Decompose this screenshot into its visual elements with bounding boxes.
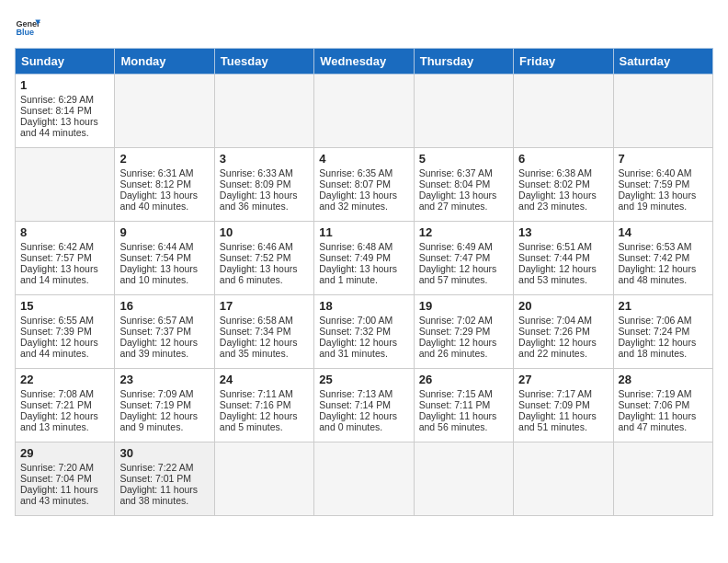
day-number: 29 (20, 446, 109, 460)
day-info: Daylight: 12 hours and 48 minutes. (619, 263, 708, 285)
calendar-cell (514, 75, 613, 148)
day-header-saturday: Saturday (613, 49, 712, 75)
day-info: Sunset: 7:24 PM (619, 326, 708, 337)
day-info: Sunrise: 6:29 AM (20, 94, 109, 105)
calendar-week-row: 2Sunrise: 6:31 AMSunset: 8:12 PMDaylight… (16, 148, 713, 222)
calendar-cell: 17Sunrise: 6:58 AMSunset: 7:34 PMDayligh… (214, 295, 313, 369)
calendar-cell: 5Sunrise: 6:37 AMSunset: 8:04 PMDaylight… (414, 148, 513, 222)
day-info: Sunrise: 7:09 AM (119, 388, 209, 399)
calendar-week-row: 29Sunrise: 7:20 AMSunset: 7:04 PMDayligh… (16, 442, 713, 516)
day-info: Daylight: 12 hours and 57 minutes. (419, 263, 508, 285)
day-info: Sunset: 7:52 PM (220, 252, 309, 263)
day-info: Sunset: 7:54 PM (119, 252, 209, 263)
calendar-cell: 19Sunrise: 7:02 AMSunset: 7:29 PMDayligh… (414, 295, 513, 369)
day-number: 11 (319, 225, 408, 239)
day-number: 24 (220, 373, 309, 386)
day-number: 16 (119, 299, 209, 313)
day-number: 25 (319, 373, 408, 386)
calendar-cell: 22Sunrise: 7:08 AMSunset: 7:21 PMDayligh… (16, 369, 115, 442)
day-info: Sunset: 7:06 PM (619, 399, 708, 410)
day-number: 10 (220, 225, 309, 239)
day-info: Daylight: 12 hours and 22 minutes. (518, 337, 608, 359)
calendar-cell: 29Sunrise: 7:20 AMSunset: 7:04 PMDayligh… (16, 442, 115, 516)
day-number: 5 (419, 152, 508, 166)
day-info: Sunrise: 6:44 AM (119, 241, 209, 252)
day-info: Sunset: 7:32 PM (319, 326, 408, 337)
day-info: Daylight: 12 hours and 18 minutes. (619, 337, 708, 359)
day-info: Sunset: 8:07 PM (319, 178, 408, 190)
day-info: Daylight: 13 hours and 40 minutes. (119, 190, 209, 212)
calendar-cell: 11Sunrise: 6:48 AMSunset: 7:49 PMDayligh… (314, 222, 414, 295)
calendar-cell (613, 75, 712, 148)
calendar-cell (314, 442, 414, 516)
day-info: Daylight: 12 hours and 0 minutes. (319, 410, 408, 432)
day-info: Daylight: 11 hours and 51 minutes. (518, 410, 608, 432)
calendar-cell: 10Sunrise: 6:46 AMSunset: 7:52 PMDayligh… (214, 222, 313, 295)
day-info: Sunset: 7:29 PM (419, 326, 508, 337)
day-number: 27 (518, 373, 608, 386)
day-number: 12 (419, 225, 508, 239)
day-info: Daylight: 12 hours and 13 minutes. (20, 410, 109, 432)
calendar-cell (115, 75, 214, 148)
calendar-cell: 26Sunrise: 7:15 AMSunset: 7:11 PMDayligh… (414, 369, 513, 442)
day-info: Sunrise: 7:08 AM (20, 388, 109, 399)
day-info: Daylight: 11 hours and 47 minutes. (619, 410, 708, 432)
calendar-cell: 2Sunrise: 6:31 AMSunset: 8:12 PMDaylight… (115, 148, 214, 222)
day-number: 30 (119, 446, 209, 460)
day-number: 7 (619, 152, 708, 166)
day-info: Sunrise: 7:13 AM (319, 388, 408, 399)
day-info: Sunrise: 7:11 AM (220, 388, 309, 399)
day-info: Sunrise: 6:51 AM (518, 241, 608, 252)
day-info: Daylight: 11 hours and 38 minutes. (119, 484, 209, 506)
day-info: Sunset: 8:12 PM (119, 178, 209, 190)
day-info: Daylight: 12 hours and 44 minutes. (20, 337, 109, 359)
day-info: Sunrise: 6:48 AM (319, 241, 408, 252)
calendar-cell (314, 75, 414, 148)
day-info: Sunrise: 6:49 AM (419, 241, 508, 252)
day-info: Sunrise: 6:42 AM (20, 241, 109, 252)
day-info: Sunset: 7:11 PM (419, 399, 508, 410)
day-info: Sunset: 7:34 PM (220, 326, 309, 337)
day-info: Sunrise: 6:58 AM (220, 315, 309, 326)
day-info: Sunrise: 6:33 AM (220, 167, 309, 178)
day-number: 1 (20, 78, 109, 92)
day-info: Sunrise: 6:35 AM (319, 167, 408, 178)
day-info: Daylight: 13 hours and 36 minutes. (220, 190, 309, 212)
day-number: 23 (119, 373, 209, 386)
day-number: 3 (220, 152, 309, 166)
day-info: Daylight: 13 hours and 32 minutes. (319, 190, 408, 212)
day-info: Sunrise: 6:55 AM (20, 315, 109, 326)
day-info: Sunset: 7:39 PM (20, 326, 109, 337)
day-info: Sunset: 7:37 PM (119, 326, 209, 337)
day-info: Sunrise: 6:53 AM (619, 241, 708, 252)
calendar-cell: 13Sunrise: 6:51 AMSunset: 7:44 PMDayligh… (514, 222, 613, 295)
day-info: Sunrise: 6:46 AM (220, 241, 309, 252)
calendar-cell: 23Sunrise: 7:09 AMSunset: 7:19 PMDayligh… (115, 369, 214, 442)
day-header-tuesday: Tuesday (214, 49, 313, 75)
calendar-cell (414, 442, 513, 516)
day-info: Daylight: 12 hours and 39 minutes. (119, 337, 209, 359)
day-number: 21 (619, 299, 708, 313)
day-info: Daylight: 12 hours and 26 minutes. (419, 337, 508, 359)
calendar-cell: 9Sunrise: 6:44 AMSunset: 7:54 PMDaylight… (115, 222, 214, 295)
day-number: 14 (619, 225, 708, 239)
day-header-wednesday: Wednesday (314, 49, 414, 75)
day-info: Daylight: 13 hours and 1 minute. (319, 263, 408, 285)
day-number: 4 (319, 152, 408, 166)
calendar-cell: 14Sunrise: 6:53 AMSunset: 7:42 PMDayligh… (613, 222, 712, 295)
day-info: Sunset: 8:14 PM (20, 105, 109, 116)
calendar-cell: 18Sunrise: 7:00 AMSunset: 7:32 PMDayligh… (314, 295, 414, 369)
day-info: Sunset: 7:57 PM (20, 252, 109, 263)
calendar-cell: 16Sunrise: 6:57 AMSunset: 7:37 PMDayligh… (115, 295, 214, 369)
day-info: Sunset: 7:21 PM (20, 399, 109, 410)
logo: General Blue (15, 15, 40, 40)
day-info: Daylight: 12 hours and 31 minutes. (319, 337, 408, 359)
day-number: 28 (619, 373, 708, 386)
calendar-cell: 27Sunrise: 7:17 AMSunset: 7:09 PMDayligh… (514, 369, 613, 442)
day-info: Sunrise: 6:37 AM (419, 167, 508, 178)
day-info: Sunset: 7:47 PM (419, 252, 508, 263)
calendar-cell (514, 442, 613, 516)
day-number: 17 (220, 299, 309, 313)
calendar-cell: 21Sunrise: 7:06 AMSunset: 7:24 PMDayligh… (613, 295, 712, 369)
day-header-friday: Friday (514, 49, 613, 75)
